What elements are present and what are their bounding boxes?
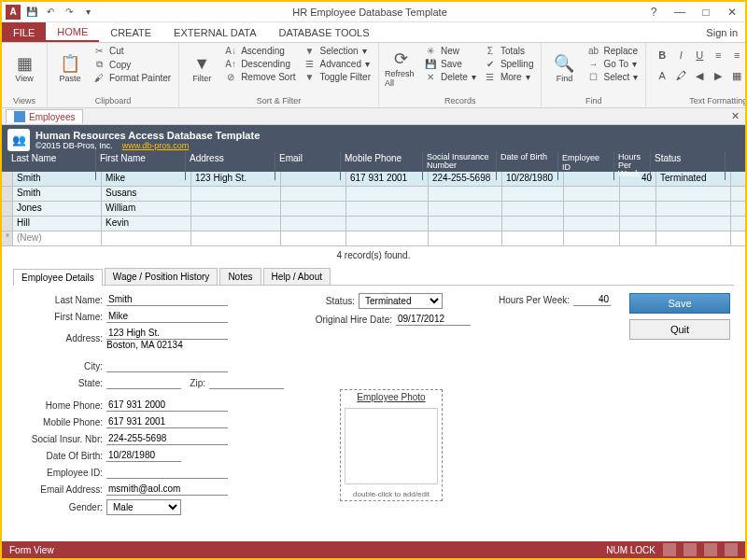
help-icon[interactable]: ? (644, 6, 663, 19)
col-header-address[interactable]: Address (186, 151, 275, 180)
close-icon[interactable]: ✕ (723, 6, 741, 19)
row-selector[interactable] (2, 187, 13, 201)
status-select[interactable]: Terminated (359, 293, 443, 309)
tab-database-tools[interactable]: DATABASE TOOLS (267, 22, 380, 42)
maximize-icon[interactable]: □ (697, 6, 715, 19)
new-row[interactable]: * (New) (2, 231, 745, 246)
empid-input[interactable] (106, 466, 228, 479)
hpw-input[interactable] (573, 293, 611, 306)
selection-button[interactable]: ▼Selection ▾ (302, 45, 373, 57)
minimize-icon[interactable]: — (670, 6, 689, 19)
sign-in-link[interactable]: Sign in (706, 22, 745, 42)
dob-input[interactable] (106, 449, 181, 462)
address-input[interactable] (106, 327, 228, 340)
cut-button[interactable]: ✂Cut (91, 45, 173, 57)
lastname-input[interactable] (106, 293, 228, 306)
col-header-mobile[interactable]: Mobile Phone (341, 151, 423, 180)
gender-select[interactable]: Male (106, 499, 181, 515)
more-button[interactable]: ☰More ▾ (482, 71, 536, 83)
align-left-button[interactable]: ≡ (710, 47, 726, 63)
tab-notes[interactable]: Notes (219, 268, 261, 285)
save-icon[interactable]: 💾 (24, 5, 39, 20)
row-selector[interactable] (2, 202, 13, 216)
firstname-input[interactable] (106, 310, 228, 323)
format-painter-button[interactable]: 🖌Format Painter (91, 72, 173, 84)
cut-icon: ✂ (92, 46, 106, 56)
col-header-dob[interactable]: Date of Birth (497, 151, 558, 180)
goto-button[interactable]: →Go To ▾ (585, 58, 640, 70)
row-selector[interactable]: * (2, 231, 13, 245)
ascending-button[interactable]: A↓Ascending (222, 45, 297, 57)
document-tab-employees[interactable]: Employees (6, 109, 83, 123)
col-header-email[interactable]: Email (275, 151, 341, 180)
new-record-button[interactable]: ✳New (422, 45, 478, 57)
copy-button[interactable]: ⧉Copy (91, 58, 173, 71)
tab-wage-history[interactable]: Wage / Position History (105, 268, 218, 285)
paste-icon: 📋 (60, 53, 80, 74)
col-header-hpw[interactable]: Hours Per Week (614, 151, 651, 180)
find-button[interactable]: 🔍Find (547, 45, 581, 91)
align-center-button[interactable]: ≡ (728, 47, 745, 63)
underline-button[interactable]: U (691, 47, 708, 63)
gridlines-button[interactable]: ▦ (728, 67, 745, 84)
email-input[interactable] (106, 483, 228, 496)
col-header-ssn[interactable]: Social Insurance Number (423, 151, 497, 180)
col-header-firstname[interactable]: First Name (96, 151, 186, 180)
city-input[interactable] (106, 359, 228, 372)
db-link[interactable]: www.db-pros.com (122, 141, 190, 150)
italic-button[interactable]: I (672, 47, 689, 63)
mobilephone-input[interactable] (106, 415, 228, 428)
font-color-button[interactable]: A (654, 67, 670, 84)
state-input[interactable] (106, 376, 181, 389)
refresh-all-button[interactable]: ⟳Refresh All (385, 45, 418, 91)
col-header-status[interactable]: Status (651, 151, 726, 180)
table-row[interactable]: HillKevin (2, 217, 745, 231)
tab-home[interactable]: HOME (46, 22, 99, 42)
col-header-lastname[interactable]: Last Name (7, 151, 96, 180)
homephone-input[interactable] (106, 399, 228, 412)
view-design-icon[interactable] (725, 543, 738, 556)
quit-button[interactable]: Quit (629, 319, 730, 340)
tab-file[interactable]: FILE (2, 22, 46, 42)
ssn-input[interactable] (106, 432, 228, 445)
view-button[interactable]: ▦View (7, 45, 41, 91)
bold-button[interactable]: B (654, 47, 670, 63)
tab-create[interactable]: CREATE (99, 22, 162, 42)
close-document-icon[interactable]: ✕ (726, 110, 745, 122)
tab-employee-details[interactable]: Employee Details (13, 269, 103, 286)
replace-button[interactable]: abReplace (585, 45, 640, 57)
hiredate-input[interactable] (396, 313, 471, 326)
photo-area[interactable] (345, 408, 438, 484)
tab-help-about[interactable]: Help / About (263, 268, 331, 285)
spelling-button[interactable]: ✔Spelling (482, 58, 536, 70)
totals-button[interactable]: ΣTotals (482, 45, 536, 57)
zip-input[interactable] (209, 376, 284, 389)
view-datasheet-icon[interactable] (684, 543, 697, 556)
table-row[interactable]: SmithSusans (2, 187, 745, 202)
select-button[interactable]: ☐Select ▾ (585, 71, 640, 83)
ribbon-group-records: ⟳Refresh All ✳New 💾Save ✕Delete ▾ ΣTotal… (379, 43, 543, 107)
redo-icon[interactable]: ↷ (62, 5, 77, 20)
row-selector[interactable] (2, 217, 13, 231)
save-button[interactable]: Save (629, 293, 730, 314)
indent-left-button[interactable]: ◀ (691, 67, 708, 84)
qat-dropdown-icon[interactable]: ▾ (80, 5, 95, 20)
table-row[interactable]: JonesWilliam (2, 202, 745, 217)
tab-external-data[interactable]: EXTERNAL DATA (162, 22, 267, 42)
address-label: Address: (17, 333, 106, 343)
view-layout-icon[interactable] (704, 543, 717, 556)
paste-button[interactable]: 📋Paste (53, 45, 87, 91)
toggle-filter-button[interactable]: ▼Toggle Filter (302, 71, 373, 83)
employee-photo-box[interactable]: Employee Photo double-click to add/edit (340, 389, 443, 501)
descending-button[interactable]: A↑Descending (222, 58, 297, 70)
highlight-button[interactable]: 🖍 (672, 67, 689, 84)
undo-icon[interactable]: ↶ (43, 5, 58, 20)
filter-button[interactable]: ▼Filter (185, 45, 218, 91)
save-record-button[interactable]: 💾Save (422, 58, 478, 70)
delete-record-button[interactable]: ✕Delete ▾ (422, 71, 478, 83)
view-form-icon[interactable] (663, 543, 676, 556)
remove-sort-button[interactable]: ⊘Remove Sort (222, 71, 297, 83)
advanced-button[interactable]: ☰Advanced ▾ (302, 58, 373, 70)
indent-right-button[interactable]: ▶ (710, 67, 726, 84)
col-header-empid[interactable]: Employee ID (558, 151, 614, 180)
